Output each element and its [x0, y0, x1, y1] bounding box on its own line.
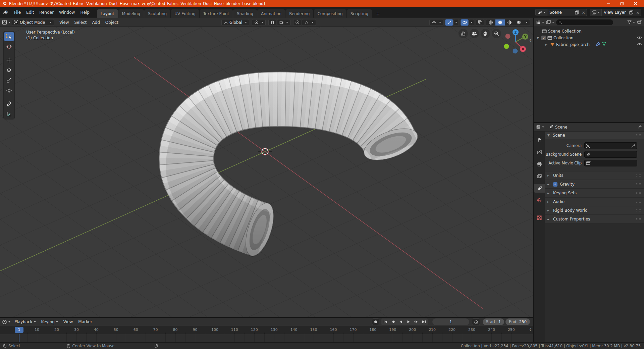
scene-browse-button[interactable]	[536, 9, 547, 16]
background-scene-field[interactable]	[584, 151, 637, 158]
shading-rendered-button[interactable]	[514, 19, 524, 26]
scene-name-field[interactable]: Scene	[547, 9, 574, 16]
workspace-tab-rendering[interactable]: Rendering	[285, 9, 313, 18]
menu-render[interactable]: Render	[37, 9, 56, 16]
viewport-canvas[interactable]: User Perspective (Local) (1) Collection	[0, 27, 533, 317]
tool-rotate[interactable]	[4, 65, 14, 75]
next-keyframe-button[interactable]	[412, 318, 420, 325]
overlays-toggle[interactable]	[461, 19, 469, 26]
workspace-tab-modeling[interactable]: Modeling	[118, 9, 144, 18]
gizmo-negative-y-axis[interactable]	[504, 44, 509, 49]
mode-dropdown[interactable]: Object Mode	[12, 19, 54, 26]
outliner-new-collection-button[interactable]	[637, 20, 642, 25]
timeline-menu-playback[interactable]: Playback	[12, 318, 39, 326]
proportional-editing-toggle[interactable]	[293, 19, 301, 26]
panel-drag-handle[interactable]	[636, 217, 641, 221]
properties-tab-tool[interactable]	[534, 136, 545, 144]
menu-window[interactable]: Window	[56, 9, 77, 16]
properties-tab-render[interactable]	[534, 148, 545, 156]
frame-end-field[interactable]: End: 250	[505, 318, 530, 325]
active-movie-clip-field[interactable]	[584, 160, 637, 166]
outliner-row-scene-collection[interactable]: Scene Collection	[534, 28, 644, 35]
gizmos-dropdown[interactable]	[453, 19, 459, 26]
disclosure-collapsed-icon[interactable]: ►	[545, 43, 549, 46]
scene-panel-header[interactable]: ▼ Scene	[545, 132, 644, 139]
section-custom-properties[interactable]: ►Custom Properties	[545, 215, 644, 223]
tool-measure[interactable]	[4, 109, 14, 118]
pin-icon[interactable]	[638, 124, 642, 130]
window-close-button[interactable]	[629, 0, 642, 7]
use-preview-range-button[interactable]	[472, 318, 480, 325]
gizmos-toggle[interactable]	[445, 19, 453, 26]
timeline-track-area[interactable]	[0, 334, 533, 342]
jump-to-start-button[interactable]	[381, 318, 389, 325]
gizmo-negative-z-axis[interactable]	[513, 49, 518, 54]
workspace-tab-shading[interactable]: Shading	[233, 9, 257, 18]
editor-type-button[interactable]	[2, 19, 10, 26]
workspace-tab-animation[interactable]: Animation	[257, 9, 285, 18]
outliner-search-input[interactable]	[556, 19, 613, 25]
mesh-data-icon[interactable]	[602, 42, 606, 47]
add-workspace-button[interactable]: +	[372, 9, 384, 18]
properties-editor-type-button[interactable]	[536, 125, 544, 129]
playhead-frame-badge[interactable]: 1	[15, 327, 23, 333]
toggle-perspective-button[interactable]	[459, 29, 468, 38]
view-layer-remove-button[interactable]: ×	[635, 9, 641, 16]
tool-transform[interactable]	[4, 86, 14, 95]
overlays-dropdown[interactable]	[469, 19, 474, 26]
tool-scale[interactable]	[4, 76, 14, 85]
timeline-ruler[interactable]: 1 ❮ 102030405060708090100110120130140150…	[0, 326, 533, 334]
workspace-tab-layout[interactable]: Layout	[97, 9, 118, 18]
view-layer-browse-button[interactable]	[590, 9, 602, 16]
tool-annotate[interactable]	[4, 99, 14, 108]
view-layer-new-button[interactable]	[628, 9, 635, 16]
duct-hose-object[interactable]	[148, 60, 426, 265]
hide-in-viewport-eye-icon[interactable]	[637, 36, 642, 41]
timeline-collapse-arrow[interactable]: ❮	[529, 328, 532, 331]
panel-drag-handle[interactable]	[636, 173, 641, 178]
camera-field[interactable]	[584, 142, 637, 149]
properties-tab-scene[interactable]	[534, 184, 545, 193]
properties-tab-view-layer[interactable]	[534, 172, 545, 181]
properties-tab-texture[interactable]	[534, 213, 545, 222]
disclosure-expanded-icon[interactable]: ▼	[537, 36, 540, 40]
gravity-checkbox[interactable]: ✓	[553, 182, 557, 187]
timeline-menu-keying[interactable]: Keying	[39, 318, 61, 326]
menu-edit[interactable]: Edit	[23, 9, 37, 16]
pivot-point-dropdown[interactable]	[252, 19, 266, 26]
snap-settings-dropdown[interactable]	[277, 19, 290, 26]
timeline-menu-view[interactable]: View	[61, 318, 75, 326]
section-gravity[interactable]: ►✓Gravity	[545, 180, 644, 188]
properties-tab-world[interactable]	[534, 196, 545, 205]
pan-view-button[interactable]	[481, 29, 490, 38]
viewport-menu-object[interactable]: Object	[103, 19, 121, 26]
sidebar-collapse-arrow[interactable]: ❮	[529, 38, 532, 42]
workspace-tab-scripting[interactable]: Scripting	[347, 9, 372, 18]
section-units[interactable]: ►Units	[545, 171, 644, 180]
viewport-menu-view[interactable]: View	[57, 19, 71, 26]
outliner-display-mode-button[interactable]	[546, 20, 554, 24]
proportional-falloff-dropdown[interactable]	[302, 19, 316, 26]
panel-drag-handle[interactable]	[636, 208, 641, 213]
shading-material-button[interactable]	[505, 19, 514, 26]
outliner-row-fabric-pipe-arch[interactable]: ► Fabric_pipe_arch	[534, 41, 644, 48]
window-minimize-button[interactable]	[602, 0, 615, 7]
panel-drag-handle[interactable]	[636, 133, 641, 138]
tool-move[interactable]	[4, 55, 14, 65]
frame-start-field[interactable]: Start: 1	[483, 318, 504, 325]
scene-new-button[interactable]	[574, 9, 580, 16]
tool-select-box[interactable]	[4, 32, 14, 41]
timeline-menu-marker[interactable]: Marker	[75, 318, 95, 326]
zoom-view-button[interactable]	[492, 29, 501, 38]
section-audio[interactable]: ►Audio	[545, 198, 644, 206]
timeline-editor-type-button[interactable]	[2, 319, 10, 325]
auto-keying-record-button[interactable]	[372, 318, 379, 325]
hide-in-viewport-eye-icon[interactable]	[637, 42, 642, 47]
properties-tab-output[interactable]	[534, 160, 545, 168]
playhead-line[interactable]	[19, 334, 19, 342]
blender-menu-icon[interactable]	[0, 10, 11, 15]
xray-toggle[interactable]	[476, 19, 484, 26]
section-keying-sets[interactable]: ►Keying Sets	[545, 189, 644, 197]
gizmo-negative-x-axis[interactable]	[505, 34, 511, 39]
outliner-editor-type-button[interactable]	[536, 20, 544, 24]
